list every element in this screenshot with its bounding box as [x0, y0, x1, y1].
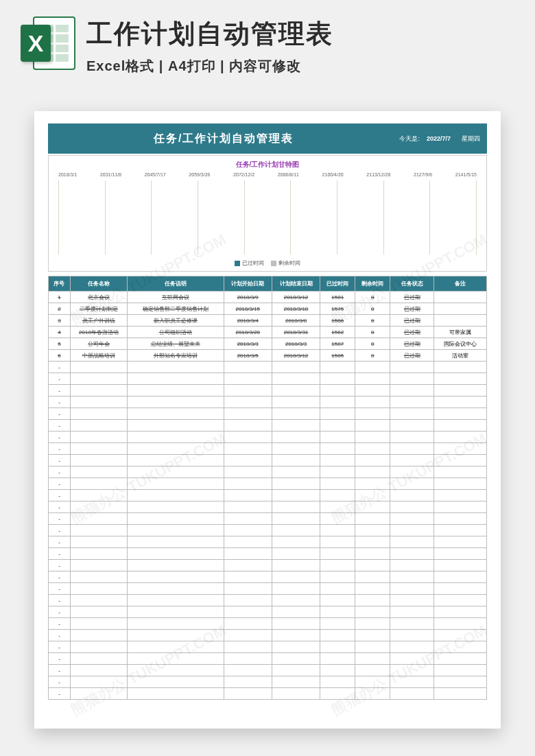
cell-empty: - — [49, 455, 71, 466]
table-row-empty: - — [49, 373, 487, 385]
cell-empty — [70, 432, 127, 443]
cell-empty — [272, 466, 320, 478]
cell-empty — [390, 595, 434, 606]
cell-empty — [320, 466, 355, 478]
cell-empty — [224, 665, 272, 676]
cell-empty: - — [49, 362, 71, 373]
excel-icon: X — [21, 16, 75, 71]
cell-empty — [224, 606, 272, 618]
column-header: 计划结束日期 — [272, 276, 320, 292]
cell-empty: - — [49, 618, 71, 630]
gridline — [105, 180, 106, 255]
cell-empty — [320, 420, 355, 432]
cell-empty — [320, 641, 355, 653]
cell-empty — [390, 397, 434, 408]
cell-empty — [390, 560, 434, 571]
cell-empty — [390, 385, 434, 397]
cell-empty — [224, 408, 272, 420]
cell-empty — [70, 385, 127, 397]
cell-empty — [355, 583, 390, 595]
cell-empty — [434, 408, 487, 420]
cell-empty — [70, 595, 127, 606]
cell-empty — [355, 548, 390, 560]
cell-empty — [272, 618, 320, 630]
table-row-empty: - — [49, 525, 487, 536]
cell-empty — [355, 653, 390, 665]
cell-empty — [70, 397, 127, 408]
cell-empty — [355, 478, 390, 490]
cell-start: 2018/3/15 — [224, 303, 272, 315]
table-row: 1北京会议互联网会议2018/3/92018/3/1215810已过期 — [49, 292, 487, 303]
cell-empty — [128, 385, 224, 397]
column-header: 任务名称 — [70, 276, 127, 292]
cell-empty — [320, 606, 355, 618]
cell-empty — [390, 583, 434, 595]
cell-empty — [128, 560, 224, 571]
chart-gridlines — [58, 180, 477, 255]
cell-empty — [390, 665, 434, 676]
cell-empty — [434, 501, 487, 513]
cell-empty — [434, 548, 487, 560]
cell-end: 2018/3/31 — [272, 327, 320, 338]
cell-end: 2018/3/18 — [272, 303, 320, 315]
cell-remain: 0 — [355, 303, 390, 315]
cell-empty — [70, 688, 127, 700]
cell-empty — [224, 583, 272, 595]
gridline — [198, 180, 198, 255]
cell-empty — [390, 443, 434, 455]
cell-empty — [70, 408, 127, 420]
gridline — [383, 180, 384, 255]
cell-empty — [272, 595, 320, 606]
cell-empty — [70, 478, 127, 490]
column-header: 已过时间 — [320, 276, 355, 292]
cell-empty: - — [49, 630, 71, 641]
cell-empty — [320, 455, 355, 466]
cell-empty — [390, 513, 434, 525]
cell-empty — [128, 501, 224, 513]
cell-empty — [224, 571, 272, 583]
cell-empty — [70, 583, 127, 595]
cell-empty — [355, 420, 390, 432]
cell-note: 活动室 — [434, 350, 487, 362]
cell-start: 2018/3/3 — [224, 338, 272, 350]
cell-empty — [355, 571, 390, 583]
cell-empty — [128, 373, 224, 385]
cell-empty — [272, 455, 320, 466]
axis-tick: 2100/4/20 — [322, 172, 344, 177]
cell-elapsed: 1581 — [320, 292, 355, 303]
cell-empty — [224, 536, 272, 548]
table-row-empty: - — [49, 443, 487, 455]
cell-empty — [70, 443, 127, 455]
cell-desc: 新入职员工必修课 — [128, 315, 224, 327]
table-row-empty: - — [49, 478, 487, 490]
cell-empty — [224, 501, 272, 513]
cell-empty — [224, 548, 272, 560]
cell-empty — [320, 676, 355, 688]
cell-empty — [128, 525, 224, 536]
table-row-empty: - — [49, 408, 487, 420]
cell-empty — [355, 688, 390, 700]
cell-desc: 互联网会议 — [128, 292, 224, 303]
cell-empty — [320, 525, 355, 536]
legend-swatch-elapsed — [235, 261, 240, 266]
table-row-empty: - — [49, 385, 487, 397]
cell-empty — [128, 688, 224, 700]
column-header: 计划开始日期 — [224, 276, 272, 292]
cell-empty — [434, 385, 487, 397]
cell-empty — [272, 420, 320, 432]
cell-empty — [272, 676, 320, 688]
table-row: 42018年春游活动公司组织活动2018/3/282018/3/3115620已… — [49, 327, 487, 338]
cell-empty — [224, 525, 272, 536]
cell-empty — [224, 641, 272, 653]
cell-empty — [355, 385, 390, 397]
cell-empty — [390, 466, 434, 478]
cell-name: 公司年会 — [70, 338, 127, 350]
table-row: 2二季度计划制定确定销售部二季度销售计划2018/3/152018/3/1815… — [49, 303, 487, 315]
cell-empty — [390, 455, 434, 466]
cell-empty — [70, 466, 127, 478]
cell-empty — [320, 478, 355, 490]
cell-empty — [224, 676, 272, 688]
cell-note: 国际会议中心 — [434, 338, 487, 350]
cell-empty — [272, 630, 320, 641]
axis-tick: 2031/11/8 — [100, 172, 121, 177]
